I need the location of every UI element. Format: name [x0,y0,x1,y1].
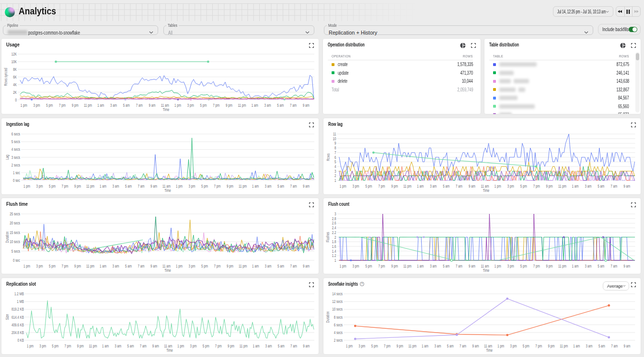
x-tick-label: 3 pm [36,264,43,268]
x-tick-label: 1 pm [497,344,504,348]
table-row: 65,073 [489,111,629,114]
series-color-swatch [332,71,334,74]
pause-button[interactable] [624,7,632,16]
x-tick-label: 7 pm [65,344,71,348]
x-tick-label: 1 am [572,184,578,189]
scatter-dot [602,236,604,238]
expand-button[interactable] [471,43,476,48]
x-tick-label: 5 pm [201,264,208,268]
row-value: 872,675 [616,62,629,67]
replication-slot-chart[interactable]: 0 KB204.8 KB409.6 KB614.4 KB819.2 KB1 MB… [1,278,319,355]
x-tick-label: 9 pm [227,184,233,189]
ingestion-lag-chart[interactable]: 0 sec1 sec2 secs3 secs4 secs5 secs6 secs… [1,118,319,195]
x-tick-label: 7 am [460,344,466,348]
date-range-button[interactable]: Jul 14, 12:26 pm - Jul 16, 10:13 am [553,6,613,17]
row-lag-chart[interactable]: 12345678910111 pm3 pm5 pm7 pm9 pm11 pm1 … [323,118,641,195]
y-tick-label: 1 MB [17,299,24,304]
expand-icon [471,43,476,48]
series-point-marker [354,338,356,340]
pipeline-select[interactable]: Pipeline postgres-common-to-snowflake [3,23,158,35]
card-replication-slot: Replication slot0 KB204.8 KB409.6 KB614.… [1,278,319,355]
series-color-swatch [493,88,496,91]
x-tick-label: 5 pm [52,344,58,348]
x-tick-label: 1 pm [177,344,184,348]
x-tick-label: 3 am [113,264,119,268]
row-name [493,79,529,83]
pie-chart-button[interactable] [460,43,466,48]
playback-controls [616,6,641,17]
mode-select[interactable]: Mode Replication + History [324,23,593,35]
row-name: update [332,70,349,76]
flush-time-chart[interactable]: 0 sec5 secs10 secs15 secs20 secs25 secs1… [1,198,319,274]
series-color-swatch [493,105,496,108]
y-tick-label: 12K [12,52,17,56]
tables-select[interactable]: Tables All [163,23,314,35]
series-color-swatch [493,97,496,100]
x-tick-label: 9 am [624,344,631,348]
x-tick-label: 1 pm [27,344,34,348]
fast-forward-button[interactable] [632,7,640,16]
y-tick-label: 6K [13,75,17,79]
pie-chart-button[interactable] [620,43,626,48]
y-tick-label: 12 secs [332,299,343,304]
header-grid-pattern [0,3,431,22]
x-tick-label: 9 am [303,184,310,189]
x-tick-label: 1 pm [174,103,181,108]
include-backfills-toggle[interactable] [629,27,637,32]
tables-label: Tables [166,23,179,28]
expand-button[interactable] [631,43,636,48]
x-tick-label: 3 pm [190,344,196,348]
x-tick-label: 3 pm [39,344,46,348]
x-tick-label: 7 pm [62,264,69,268]
card-snowflake-insights: Snowflake insights?Average2 secs4 secs6 … [323,278,641,355]
flush-count-chart[interactable]: 11.21.41.61.822.22.42.62.831 pm3 pm5 pm7… [323,198,641,274]
x-tick-label: 7 pm [378,264,385,268]
scrollbar-thumb[interactable] [636,53,639,60]
y-tick-label: 2.2 [332,230,336,235]
x-tick-label: 3 am [430,264,437,268]
scatter-dot [423,236,425,238]
x-tick-label: 11 pm [84,103,92,108]
series-lag-blue [23,155,314,179]
chevron-down-icon [305,31,310,34]
x-tick-label: 7 am [610,184,617,189]
x-tick-label: 9 am [150,264,157,268]
x-axis-title: Time [166,348,173,353]
x-tick-label: 5 pm [201,184,208,189]
x-axis-title: Time [164,188,171,193]
y-tick-label: 3 [334,212,336,216]
pipeline-label: Pipeline [6,23,20,28]
table-row: 65,560 [489,102,629,111]
x-tick-label: 11 pm [560,344,568,348]
scatter-dot [177,99,179,100]
table-row: 143,638 [489,77,629,86]
series-insights-lavender [355,299,609,339]
y-tick-label: 6 [334,155,336,160]
x-tick-label: 3 pm [358,344,365,348]
scatter-dot [563,236,565,238]
redacted-table-name [499,71,514,75]
y-tick-label: 1 sec [13,170,21,175]
y-tick-label: 10 [333,136,336,141]
x-tick-label: 11 pm [558,184,566,189]
x-tick-label: 3 pm [510,344,517,348]
column-header: OPERATION [332,54,351,58]
redacted-text [8,30,27,34]
y-tick-label: 1.2 MB [14,291,24,296]
y-tick-label: 8 secs [334,315,343,320]
y-tick-label: 2 secs [12,163,20,167]
x-tick-label: 1 am [100,264,106,268]
x-tick-label: 5 am [125,264,132,268]
y-tick-label: 10 secs [10,239,20,244]
x-axis-title: Time [486,348,493,353]
scrollbar-track[interactable] [635,52,640,112]
y-tick-label: 0 [15,98,17,102]
y-tick-label: 7 [334,150,336,155]
snowflake-insights-chart[interactable]: 2 secs4 secs6 secs8 secs10 secs12 secs14… [323,278,641,355]
rewind-button[interactable] [616,7,624,16]
x-tick-label: 11 pm [408,344,416,348]
card-ingestion-lag: Ingestion lag0 sec1 sec2 secs3 secs4 sec… [1,118,319,195]
x-tick-label: 3 am [264,264,271,268]
x-tick-label: 3 am [113,184,119,189]
usage-chart[interactable]: 02K4K6K8K10K12K1 pm3 pm5 pm7 pm9 pm11 pm… [1,39,319,114]
